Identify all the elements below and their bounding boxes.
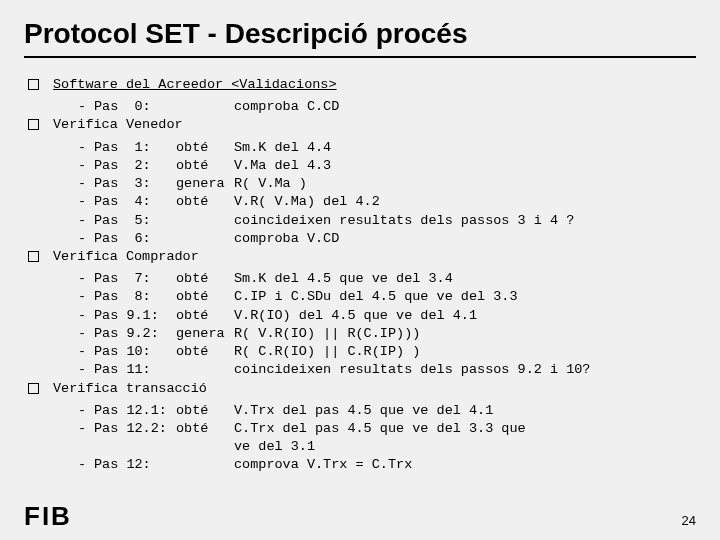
step-label: Pas 9.2: [94, 325, 176, 343]
dash-icon: - [70, 175, 94, 193]
list-item: -Pas 9.2:generaR( V.R(IO) || R(C.IP))) [70, 325, 696, 343]
dash-icon: - [70, 98, 94, 116]
slide: Protocol SET - Descripció procés Softwar… [0, 0, 720, 540]
step-description: comproba V.CD [234, 230, 696, 248]
list-item: -Pas 4:obtéV.R( V.Ma) del 4.2 [70, 193, 696, 211]
step-action [176, 361, 234, 379]
dash-icon: - [70, 361, 94, 379]
step-action: obté [176, 139, 234, 157]
step-description: R( V.R(IO) || R(C.IP))) [234, 325, 696, 343]
dash-icon: - [70, 325, 94, 343]
step-label: Pas 7: [94, 270, 176, 288]
step-description: coincideixen resultats dels passos 3 i 4… [234, 212, 696, 230]
list-item: -Pas 2:obtéV.Ma del 4.3 [70, 157, 696, 175]
step-description: coincideixen resultats dels passos 9.2 i… [234, 361, 696, 379]
step-description: V.R( V.Ma) del 4.2 [234, 193, 696, 211]
dash-icon: - [70, 420, 94, 438]
list-item: -Pas 6:comproba V.CD [70, 230, 696, 248]
step-label: Pas 12.2: [94, 420, 176, 438]
step-description: C.IP i C.SDu del 4.5 que ve del 3.3 [234, 288, 696, 306]
step-description: V.Ma del 4.3 [234, 157, 696, 175]
step-action: obté [176, 288, 234, 306]
list-item: -Pas 5:coincideixen resultats dels passo… [70, 212, 696, 230]
list-item: -Pas 12:comprova V.Trx = C.Trx [70, 456, 696, 474]
bullet-square-icon [28, 119, 39, 130]
list-item: ve del 3.1 [70, 438, 696, 456]
step-description: V.Trx del pas 4.5 que ve del 4.1 [234, 402, 696, 420]
dash-icon [70, 438, 94, 456]
step-action: obté [176, 343, 234, 361]
slide-title: Protocol SET - Descripció procés [24, 18, 696, 50]
footer-logo: FIB [24, 501, 72, 532]
dash-icon: - [70, 230, 94, 248]
step-label: Pas 0: [94, 98, 176, 116]
step-label: Pas 10: [94, 343, 176, 361]
section-items: -Pas 0:comproba C.CD [70, 98, 696, 116]
step-label: Pas 12: [94, 456, 176, 474]
step-action: obté [176, 402, 234, 420]
dash-icon: - [70, 212, 94, 230]
list-item: -Pas 0:comproba C.CD [70, 98, 696, 116]
step-description: Sm.K del 4.4 [234, 139, 696, 157]
step-description: comproba C.CD [234, 98, 696, 116]
step-action: obté [176, 270, 234, 288]
step-description: ve del 3.1 [234, 438, 696, 456]
step-label: Pas 4: [94, 193, 176, 211]
section-header: Verifica Venedor [24, 116, 696, 134]
sections-container: -Pas 0:comproba C.CDVerifica Venedor-Pas… [24, 98, 696, 474]
slide-content: Software del Acreedor <Validacions> -Pas… [24, 76, 696, 475]
step-label: Pas 1: [94, 139, 176, 157]
step-description: C.Trx del pas 4.5 que ve del 3.3 que [234, 420, 696, 438]
step-description: V.R(IO) del 4.5 que ve del 4.1 [234, 307, 696, 325]
list-item: -Pas 9.1:obtéV.R(IO) del 4.5 que ve del … [70, 307, 696, 325]
dash-icon: - [70, 139, 94, 157]
bullet-square-icon [28, 383, 39, 394]
dash-icon: - [70, 456, 94, 474]
step-action: genera [176, 325, 234, 343]
section-header-text: Verifica transacció [53, 380, 207, 398]
step-description: comprova V.Trx = C.Trx [234, 456, 696, 474]
section-header-text: Verifica Venedor [53, 116, 183, 134]
dash-icon: - [70, 270, 94, 288]
step-action: obté [176, 420, 234, 438]
list-item: -Pas 10:obtéR( C.R(IO) || C.R(IP) ) [70, 343, 696, 361]
step-label: Pas 2: [94, 157, 176, 175]
step-action [176, 98, 234, 116]
section-header: Verifica transacció [24, 380, 696, 398]
bullet-square-icon [28, 79, 39, 90]
step-label: Pas 9.1: [94, 307, 176, 325]
step-action [176, 230, 234, 248]
bullet-square-icon [28, 251, 39, 262]
step-action [176, 438, 234, 456]
dash-icon: - [70, 402, 94, 420]
subtitle-row: Software del Acreedor <Validacions> [24, 76, 696, 94]
step-description: R( C.R(IO) || C.R(IP) ) [234, 343, 696, 361]
step-action [176, 212, 234, 230]
step-action: obté [176, 157, 234, 175]
list-item: -Pas 11:coincideixen resultats dels pass… [70, 361, 696, 379]
dash-icon: - [70, 193, 94, 211]
section-items: -Pas 1:obtéSm.K del 4.4-Pas 2:obtéV.Ma d… [70, 139, 696, 248]
step-label: Pas 8: [94, 288, 176, 306]
step-action: obté [176, 307, 234, 325]
step-description: R( V.Ma ) [234, 175, 696, 193]
step-label [94, 438, 176, 456]
list-item: -Pas 12.1:obtéV.Trx del pas 4.5 que ve d… [70, 402, 696, 420]
dash-icon: - [70, 343, 94, 361]
section-items: -Pas 7:obtéSm.K del 4.5 que ve del 3.4-P… [70, 270, 696, 379]
page-number: 24 [682, 513, 696, 528]
section-items: -Pas 12.1:obtéV.Trx del pas 4.5 que ve d… [70, 402, 696, 475]
section-header: Verifica Comprador [24, 248, 696, 266]
step-label: Pas 11: [94, 361, 176, 379]
list-item: -Pas 12.2:obtéC.Trx del pas 4.5 que ve d… [70, 420, 696, 438]
step-action [176, 456, 234, 474]
step-label: Pas 3: [94, 175, 176, 193]
dash-icon: - [70, 307, 94, 325]
title-divider [24, 56, 696, 58]
list-item: -Pas 3:generaR( V.Ma ) [70, 175, 696, 193]
step-action: genera [176, 175, 234, 193]
step-label: Pas 5: [94, 212, 176, 230]
dash-icon: - [70, 288, 94, 306]
step-label: Pas 6: [94, 230, 176, 248]
step-action: obté [176, 193, 234, 211]
